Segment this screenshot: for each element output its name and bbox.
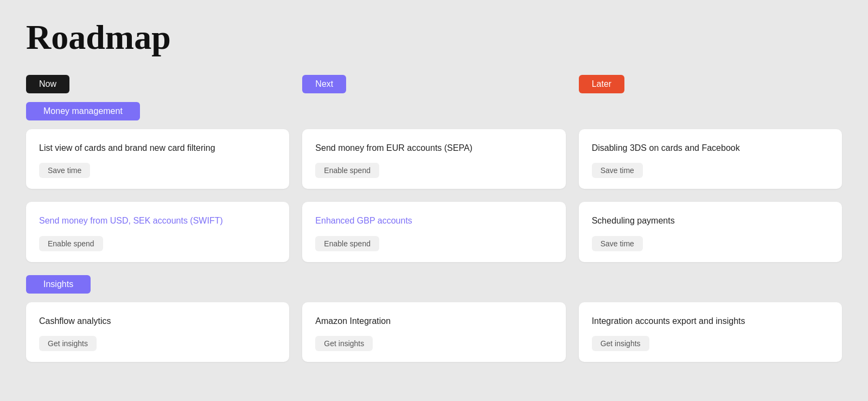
card-tag[interactable]: Enable spend: [39, 236, 103, 251]
section-insights: InsightsCashflow analyticsGet insightsAm…: [26, 275, 842, 362]
card-1-0-2: Integration accounts export and insights…: [579, 302, 842, 362]
card-title: Integration accounts export and insights: [592, 315, 829, 327]
card-tag[interactable]: Enable spend: [315, 163, 379, 178]
page-title: Roadmap: [26, 17, 842, 58]
card-0-0-2: Disabling 3DS on cards and FacebookSave …: [579, 129, 842, 189]
card-tag[interactable]: Get insights: [39, 336, 97, 351]
columns-header: Now Next Later: [26, 75, 842, 93]
card-0-1-2: Scheduling paymentsSave time: [579, 202, 842, 262]
card-title: Scheduling payments: [592, 215, 829, 227]
later-badge[interactable]: Later: [579, 75, 624, 93]
section-row-1-0: Cashflow analyticsGet insightsAmazon Int…: [26, 302, 842, 362]
card-title: Enhanced GBP accounts: [315, 215, 552, 227]
section-label-money-management[interactable]: Money management: [26, 102, 140, 120]
now-badge[interactable]: Now: [26, 75, 69, 93]
card-0-1-1: Enhanced GBP accountsEnable spend: [302, 202, 565, 262]
card-tag[interactable]: Get insights: [592, 336, 649, 351]
section-row-0-0: List view of cards and brand new card fi…: [26, 129, 842, 189]
card-0-0-1: Send money from EUR accounts (SEPA)Enabl…: [302, 129, 565, 189]
card-tag[interactable]: Get insights: [315, 336, 373, 351]
card-title: Send money from EUR accounts (SEPA): [315, 142, 552, 154]
card-title: Amazon Integration: [315, 315, 552, 327]
later-column-header: Later: [579, 75, 842, 93]
card-title: List view of cards and brand new card fi…: [39, 142, 276, 154]
card-tag[interactable]: Save time: [592, 163, 643, 178]
card-tag[interactable]: Save time: [39, 163, 90, 178]
sections-container: Money managementList view of cards and b…: [26, 102, 842, 362]
section-row-0-1: Send money from USD, SEK accounts (SWIFT…: [26, 202, 842, 262]
card-title: Cashflow analytics: [39, 315, 276, 327]
card-title: Disabling 3DS on cards and Facebook: [592, 142, 829, 154]
next-column-header: Next: [302, 75, 565, 93]
section-label-insights[interactable]: Insights: [26, 275, 91, 294]
card-1-0-1: Amazon IntegrationGet insights: [302, 302, 565, 362]
next-badge[interactable]: Next: [302, 75, 346, 93]
now-column-header: Now: [26, 75, 289, 93]
section-money-management: Money managementList view of cards and b…: [26, 102, 842, 262]
card-1-0-0: Cashflow analyticsGet insights: [26, 302, 289, 362]
card-title: Send money from USD, SEK accounts (SWIFT…: [39, 215, 276, 227]
card-tag[interactable]: Save time: [592, 236, 643, 251]
card-0-0-0: List view of cards and brand new card fi…: [26, 129, 289, 189]
card-tag[interactable]: Enable spend: [315, 236, 379, 251]
card-0-1-0: Send money from USD, SEK accounts (SWIFT…: [26, 202, 289, 262]
